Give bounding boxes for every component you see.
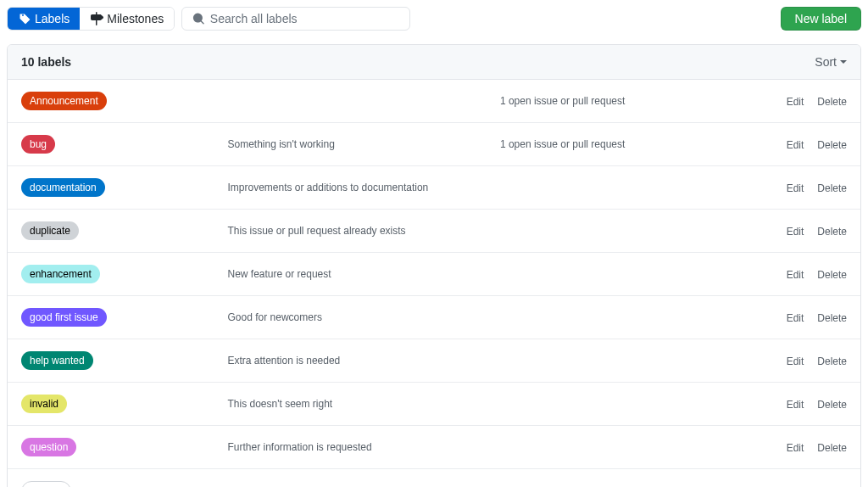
edit-link[interactable]: Edit	[787, 399, 804, 411]
label-cell: Announcement	[21, 92, 228, 110]
label-cell: question	[21, 438, 228, 456]
tab-labels[interactable]: Labels	[8, 8, 80, 30]
search-input[interactable]	[210, 12, 399, 25]
nav-group: Labels Milestones	[7, 7, 175, 31]
label-description: Extra attention is needed	[228, 355, 500, 367]
tab-milestones-text: Milestones	[107, 12, 164, 25]
delete-link[interactable]: Delete	[817, 269, 847, 281]
edit-link[interactable]: Edit	[787, 269, 804, 281]
label-pill[interactable]: bug	[21, 135, 55, 154]
label-description: New feature or request	[228, 268, 500, 280]
search-input-wrap[interactable]	[181, 7, 410, 31]
delete-link[interactable]: Delete	[817, 355, 847, 367]
box-header: 10 labels Sort	[8, 45, 860, 80]
label-actions: EditDelete	[706, 354, 847, 367]
label-pill[interactable]: question	[21, 438, 76, 456]
label-cell: invalid	[21, 395, 228, 413]
label-row: wontfixThis will not be worked onEditDel…	[8, 469, 860, 487]
label-pill[interactable]: help wanted	[21, 351, 93, 370]
delete-link[interactable]: Delete	[817, 96, 847, 108]
label-row: Announcement1 open issue or pull request…	[8, 80, 860, 123]
label-pill[interactable]: Announcement	[21, 92, 107, 110]
sort-label: Sort	[815, 55, 837, 69]
edit-link[interactable]: Edit	[787, 182, 804, 194]
label-description: Further information is requested	[228, 441, 500, 453]
edit-link[interactable]: Edit	[787, 226, 804, 238]
delete-link[interactable]: Delete	[817, 312, 847, 324]
delete-link[interactable]: Delete	[817, 399, 847, 411]
label-row: bugSomething isn't working1 open issue o…	[8, 123, 860, 166]
new-label-button[interactable]: New label	[781, 7, 861, 31]
label-actions: EditDelete	[706, 397, 847, 411]
edit-link[interactable]: Edit	[787, 139, 804, 151]
label-row: good first issueGood for newcomersEditDe…	[8, 296, 860, 339]
label-description: This issue or pull request already exist…	[228, 225, 500, 237]
label-description: Good for newcomers	[228, 311, 500, 323]
edit-link[interactable]: Edit	[787, 96, 804, 108]
label-actions: EditDelete	[706, 440, 847, 454]
label-actions: EditDelete	[706, 311, 847, 324]
label-pill[interactable]: documentation	[21, 178, 105, 197]
label-cell: enhancement	[21, 265, 228, 283]
label-pill[interactable]: wontfix	[21, 481, 71, 487]
label-cell: bug	[21, 135, 228, 154]
tab-labels-text: Labels	[35, 12, 70, 25]
label-cell: good first issue	[21, 308, 228, 327]
label-pill[interactable]: invalid	[21, 395, 67, 413]
search-icon	[192, 12, 205, 25]
delete-link[interactable]: Delete	[817, 182, 847, 194]
label-actions: EditDelete	[706, 224, 847, 238]
label-cell: documentation	[21, 178, 228, 197]
labels-list: Announcement1 open issue or pull request…	[8, 80, 860, 487]
label-cell: duplicate	[21, 221, 228, 240]
milestone-icon	[90, 12, 103, 25]
delete-link[interactable]: Delete	[817, 442, 847, 454]
label-row: questionFurther information is requested…	[8, 426, 860, 469]
labels-box: 10 labels Sort Announcement1 open issue …	[7, 44, 861, 487]
label-row: documentationImprovements or additions t…	[8, 166, 860, 210]
label-actions: EditDelete	[706, 181, 847, 194]
label-pill[interactable]: enhancement	[21, 265, 100, 283]
label-actions: EditDelete	[706, 267, 847, 281]
labels-count: 10 labels	[21, 55, 71, 69]
label-cell: help wanted	[21, 351, 228, 370]
label-cell: wontfix	[21, 481, 228, 487]
sort-button[interactable]: Sort	[815, 55, 847, 69]
label-row: invalidThis doesn't seem rightEditDelete	[8, 383, 860, 426]
edit-link[interactable]: Edit	[787, 312, 804, 324]
tag-icon	[18, 12, 31, 25]
edit-link[interactable]: Edit	[787, 355, 804, 367]
delete-link[interactable]: Delete	[817, 139, 847, 151]
edit-link[interactable]: Edit	[787, 442, 804, 454]
delete-link[interactable]: Delete	[817, 226, 847, 238]
label-actions: EditDelete	[706, 94, 847, 108]
label-row: enhancementNew feature or requestEditDel…	[8, 253, 860, 296]
label-description: Something isn't working	[228, 138, 500, 150]
top-bar: Labels Milestones New label	[7, 7, 861, 31]
tab-milestones[interactable]: Milestones	[80, 8, 174, 30]
caret-down-icon	[840, 60, 847, 64]
label-pill[interactable]: good first issue	[21, 308, 107, 327]
label-usage[interactable]: 1 open issue or pull request	[500, 138, 707, 150]
label-row: duplicateThis issue or pull request alre…	[8, 210, 860, 253]
label-description: This doesn't seem right	[228, 398, 500, 410]
label-pill[interactable]: duplicate	[21, 221, 79, 240]
label-description: Improvements or additions to documentati…	[228, 182, 500, 193]
label-row: help wantedExtra attention is neededEdit…	[8, 339, 860, 383]
label-actions: EditDelete	[706, 137, 847, 151]
label-usage[interactable]: 1 open issue or pull request	[500, 95, 707, 107]
